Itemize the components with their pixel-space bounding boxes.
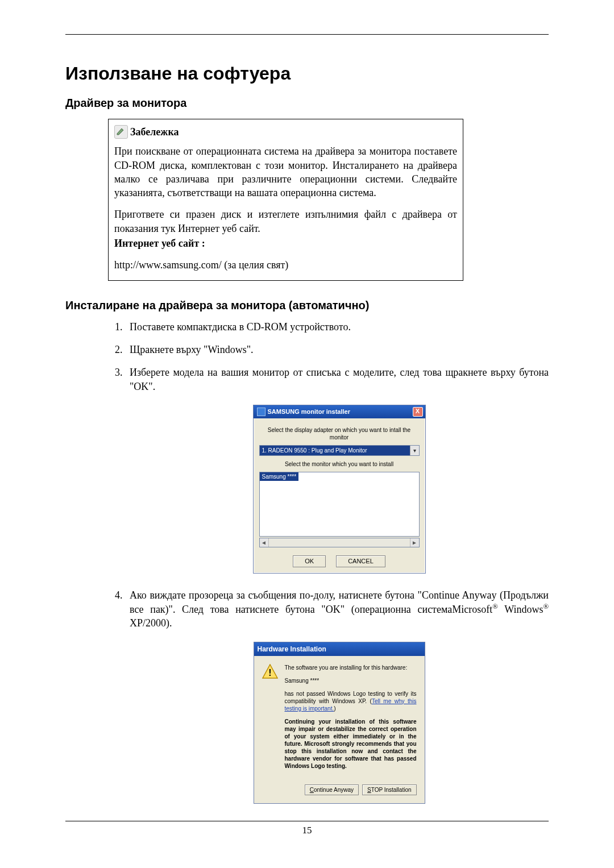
hardware-dialog: Hardware Installation ! The software you… (254, 642, 425, 804)
note-icon (114, 125, 128, 139)
warning-icon: ! (262, 664, 278, 679)
svg-text:!: ! (268, 668, 271, 678)
installer-title-text: SAMSUNG monitor installer (268, 408, 350, 416)
note-url: http://www.samsung.com/ (за целия свят) (114, 258, 457, 272)
continue-anyway-button[interactable]: Continue Anyway (305, 784, 359, 796)
hw-line-4: Continuing your installation of this sof… (285, 718, 417, 770)
top-rule (65, 34, 549, 35)
adapter-select[interactable]: 1. RADEON 9550 : Plug and Play Monitor ▾ (259, 445, 420, 456)
step-4-text-c: XP/2000). (130, 617, 172, 629)
subheading-driver: Драйвер за монитора (65, 97, 549, 110)
monitor-list-item[interactable]: Samsung **** (260, 472, 299, 481)
installer-body: Select the display adapter on which you … (254, 418, 425, 573)
installer-dialog-wrap: SAMSUNG monitor installer X Select the d… (130, 405, 549, 574)
hw-line-3b: ) (334, 705, 335, 712)
installer-button-row: OK CANCEL (259, 555, 420, 567)
installer-prompt-1: Select the display adapter on which you … (259, 426, 420, 442)
installer-dialog: SAMSUNG monitor installer X Select the d… (253, 405, 426, 574)
note-box: Забележка При поискване от операционната… (108, 119, 463, 281)
close-icon[interactable]: X (413, 407, 423, 417)
installer-titlebar[interactable]: SAMSUNG monitor installer X (254, 405, 425, 418)
steps-list: Поставете компактдиска в CD-ROM устройст… (108, 320, 549, 804)
note-paragraph-2: Пригответе си празен диск и изтеглете из… (114, 207, 457, 235)
adapter-select-value: 1. RADEON 9550 : Plug and Play Monitor (260, 446, 410, 456)
page-number: 15 (65, 825, 549, 836)
note-header: Забележка (114, 125, 457, 139)
step-2: Щракнете върху "Windows". (125, 343, 549, 356)
scroll-track[interactable] (269, 538, 410, 547)
reg-mark-1: ® (492, 603, 498, 610)
hardware-text: The software you are installing for this… (285, 664, 417, 775)
note-label: Забележка (130, 125, 179, 139)
hw-line-1: The software you are installing for this… (285, 664, 417, 671)
note-paragraph-1: При поискване от операционната система н… (114, 144, 457, 200)
installer-prompt-2: Select the monitor which you want to ins… (259, 460, 420, 468)
monitor-list[interactable]: Samsung **** (259, 472, 420, 537)
list-scrollbar[interactable]: ◄ ► (259, 538, 420, 547)
bottom-rule (65, 821, 549, 821)
stop-installation-button[interactable]: STOP Installation (362, 784, 416, 796)
hw-line-2: Samsung **** (285, 677, 417, 684)
hw-line-3: has not passed Windows Logo testing to v… (285, 690, 417, 712)
step-4-text-b: Windows (498, 604, 544, 615)
hardware-dialog-wrap: Hardware Installation ! The software you… (130, 642, 549, 804)
hardware-body: ! The software you are installing for th… (254, 656, 425, 782)
scroll-right-icon[interactable]: ► (410, 538, 419, 547)
step-4-text-a: Ако виждате прозореца за съобщения по-до… (130, 589, 549, 615)
step-3: Изберете модела на вашия монитор от спис… (125, 366, 549, 573)
note-paragraph-3: Интернет уеб сайт : (114, 236, 457, 250)
step-4: Ако виждате прозореца за съобщения по-до… (125, 588, 549, 804)
scroll-left-icon[interactable]: ◄ (260, 538, 269, 547)
step-1: Поставете компактдиска в CD-ROM устройст… (125, 320, 549, 334)
hardware-titlebar[interactable]: Hardware Installation (254, 642, 425, 656)
document-page: Използване на софтуера Драйвер за монито… (0, 0, 614, 868)
hardware-button-row: Continue Anyway STOP Installation (254, 782, 425, 804)
cancel-button[interactable]: CANCEL (336, 555, 385, 567)
subheading-install: Инсталиране на драйвера за монитора (авт… (65, 299, 549, 312)
step-3-text: Изберете модела на вашия монитор от спис… (130, 367, 549, 392)
ok-button[interactable]: OK (293, 555, 326, 567)
chevron-down-icon[interactable]: ▾ (410, 446, 419, 456)
installer-title-icon (257, 408, 265, 416)
page-title: Използване на софтуера (65, 63, 549, 84)
reg-mark-2: ® (543, 603, 549, 610)
note-body: При поискване от операционната система н… (114, 144, 457, 272)
